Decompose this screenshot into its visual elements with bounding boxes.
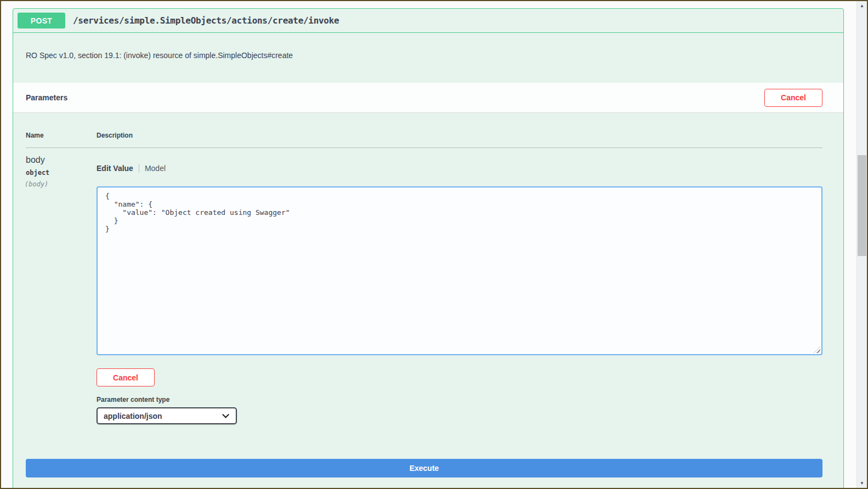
- body-editor-wrapper: { "name": { "value": "Object created usi…: [97, 186, 822, 355]
- scroll-up-arrow[interactable]: ▲: [857, 1, 867, 10]
- table-header-row: Name Description: [26, 132, 822, 148]
- execute-button[interactable]: Execute: [26, 459, 822, 477]
- parameters-title: Parameters: [26, 93, 67, 102]
- column-header-description: Description: [97, 132, 822, 139]
- cancel-operation-button[interactable]: Cancel: [764, 89, 822, 107]
- table-row: body object (body) Edit Value Model { "n…: [26, 148, 822, 424]
- parameters-table: Name Description body object (body) Edit…: [13, 113, 843, 448]
- scrollbar-thumb[interactable]: [858, 155, 866, 256]
- opblock-post: POST /services/simple.SimpleObjects/acti…: [13, 8, 844, 488]
- content-type-selected-value: application/json: [104, 412, 162, 420]
- parameter-name-cell: body object (body): [26, 155, 97, 424]
- tab-divider: [139, 164, 139, 173]
- parameter-description-cell: Edit Value Model { "name": { "value": "O…: [97, 155, 822, 424]
- chevron-down-icon: [222, 411, 229, 418]
- parameter-location: (body): [25, 180, 97, 188]
- vertical-scrollbar[interactable]: ▲ ▼: [856, 1, 867, 488]
- scroll-down-arrow-glyph: ▼: [860, 481, 864, 486]
- endpoint-description: RO Spec v1.0, section 19.1: (invoke) res…: [13, 33, 843, 83]
- scroll-down-arrow[interactable]: ▼: [857, 479, 867, 488]
- swagger-page: POST /services/simple.SimpleObjects/acti…: [1, 1, 856, 488]
- editor-tabs: Edit Value Model: [97, 164, 822, 173]
- body-value-textarea[interactable]: { "name": { "value": "Object created usi…: [97, 186, 822, 355]
- endpoint-summary[interactable]: POST /services/simple.SimpleObjects/acti…: [13, 9, 843, 33]
- parameters-section-header: Parameters Cancel: [13, 83, 843, 113]
- content-type-select[interactable]: application/json: [97, 407, 237, 424]
- tab-edit-value[interactable]: Edit Value: [97, 164, 133, 173]
- tab-model[interactable]: Model: [145, 164, 166, 173]
- scroll-up-arrow-glyph: ▲: [860, 3, 864, 8]
- content-type-label: Parameter content type: [97, 396, 822, 403]
- execute-section: Execute: [13, 448, 843, 486]
- parameter-type: object: [26, 169, 97, 177]
- endpoint-path: /services/simple.SimpleObjects/actions/c…: [73, 15, 339, 26]
- column-header-name: Name: [26, 132, 97, 139]
- parameter-name: body: [26, 155, 97, 165]
- cancel-edit-button[interactable]: Cancel: [97, 368, 155, 386]
- method-badge: POST: [18, 13, 65, 29]
